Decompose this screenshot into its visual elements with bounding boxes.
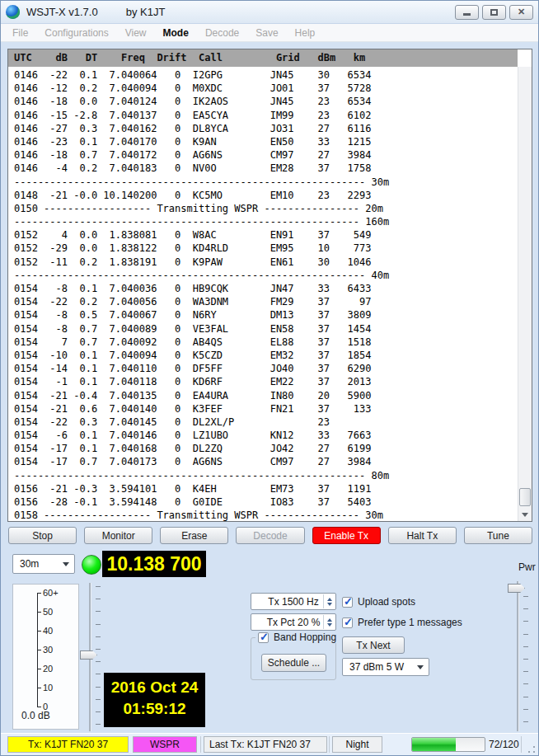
spinner-arrows-icon[interactable]: [323, 615, 335, 629]
decode-row[interactable]: 0154 -6 0.1 7.040146 0 LZ1UBO KN12 33 76…: [8, 429, 518, 442]
status-divider: [329, 736, 330, 753]
check-icon: ✓: [344, 616, 353, 628]
band-select[interactable]: 30m: [12, 554, 75, 574]
checkbox-box[interactable]: ✓: [342, 617, 353, 628]
transmit-row: 0150 ------------------ Transmitting WSP…: [8, 202, 518, 215]
decode-row[interactable]: 0154 -22 0.3 7.040145 0 DL2XL/P 23: [8, 416, 518, 429]
table-scrollbar[interactable]: [518, 67, 532, 521]
tx-next-button[interactable]: Tx Next: [342, 636, 405, 654]
check-icon: ✓: [344, 595, 353, 608]
decode-row[interactable]: 0154 -22 0.2 7.040056 0 WA3DNM FM29 37 9…: [8, 295, 518, 308]
status-mode-panel: WSPR: [133, 736, 197, 753]
app-icon: [6, 5, 20, 19]
decode-table: UTC dB DT Freq Drift Call Grid dBm km 01…: [7, 49, 532, 522]
decode-row[interactable]: 0154 -8 0.1 7.040036 0 HB9CQK JN47 33 64…: [8, 282, 518, 295]
power-select[interactable]: 37 dBm 5 W: [342, 658, 429, 676]
slider-tick: [96, 674, 101, 674]
tx-freq-spinbox[interactable]: Tx 1500 Hz: [251, 593, 336, 610]
maximize-button[interactable]: [482, 5, 506, 20]
main-button-row: StopMonitorEraseDecodeEnable TxHalt TxTu…: [8, 527, 532, 544]
prefer-type1-label: Prefer type 1 messages: [358, 617, 462, 628]
pwr-slider-thumb[interactable]: [508, 584, 525, 593]
slider-tick: [96, 636, 101, 637]
decode-row[interactable]: 0154 -17 0.1 7.040168 0 DL2ZQ JO42 27 61…: [8, 442, 518, 455]
resize-grip[interactable]: [527, 745, 536, 754]
decode-row[interactable]: 0146 -18 0.7 7.040172 0 AG6NS CM97 27 39…: [8, 148, 518, 162]
checkbox-box[interactable]: ✓: [258, 632, 269, 643]
decode-button[interactable]: Decode: [236, 527, 304, 544]
menu-configurations[interactable]: Configurations: [36, 25, 116, 41]
schedule-button[interactable]: Schedule ...: [261, 654, 326, 672]
meter-scale-label: 60+: [43, 588, 59, 598]
tx-pct-spinbox[interactable]: Tx Pct 20 %: [251, 613, 336, 631]
stop-button[interactable]: Stop: [8, 527, 77, 544]
menu-file[interactable]: File: [4, 25, 36, 41]
decode-row[interactable]: 0146 -12 0.2 7.040094 0 M0XDC JO01 37 57…: [8, 82, 518, 95]
clock-date: 2016 Oct 24: [104, 679, 205, 697]
spinner-arrows-icon[interactable]: [323, 594, 335, 608]
decode-row[interactable]: 0152 -11 0.2 1.838191 0 K9PAW EN61 30 10…: [8, 256, 518, 269]
status-period-panel: Night: [332, 736, 382, 753]
decode-row[interactable]: 0154 -21 -0.4 7.040135 0 EA4URA IN80 20 …: [8, 389, 518, 402]
scrollbar-thumb[interactable]: [519, 488, 531, 506]
band-separator-row: ----------------------------------------…: [8, 469, 518, 482]
slider-tick: [523, 697, 528, 697]
scroll-up-button[interactable]: [518, 67, 532, 80]
decode-row[interactable]: 0152 -29 0.0 1.838122 0 KD4RLD EM95 10 7…: [8, 242, 518, 255]
decode-row[interactable]: 0146 -22 0.1 7.040064 0 I2GPG JN45 30 65…: [8, 68, 518, 82]
checkbox-box[interactable]: ✓: [342, 597, 353, 608]
minimize-button[interactable]: [455, 5, 479, 20]
decode-row[interactable]: 0154 -17 0.7 7.040173 0 AG6NS CM97 27 39…: [8, 455, 518, 468]
menu-decode[interactable]: Decode: [197, 25, 247, 41]
band-hopping-checkbox[interactable]: ✓ Band Hopping: [255, 632, 339, 643]
frequency-display: 10.138 700: [102, 551, 206, 577]
menu-view[interactable]: View: [117, 25, 155, 41]
decode-table-header: UTC dB DT Freq Drift Call Grid dBm km: [8, 49, 518, 67]
slider-tick: [96, 661, 101, 662]
decode-row[interactable]: 0156 -21 -0.3 3.594101 0 K4EH EM73 37 11…: [8, 482, 518, 495]
slider-tick: [523, 659, 528, 660]
slider-tick: [523, 646, 528, 647]
monitor-button[interactable]: Monitor: [84, 527, 152, 544]
rx-gain-slider[interactable]: [80, 583, 101, 731]
decode-row[interactable]: 0146 -4 0.2 7.040183 0 NV0O EM28 37 1758: [8, 162, 518, 175]
menu-help[interactable]: Help: [287, 25, 324, 41]
menu-mode[interactable]: Mode: [155, 25, 197, 41]
decode-row[interactable]: 0154 -8 0.7 7.040089 0 VE3FAL EN58 37 14…: [8, 322, 518, 336]
scroll-down-button[interactable]: [518, 508, 532, 521]
prefer-type1-checkbox[interactable]: ✓ Prefer type 1 messages: [342, 617, 462, 628]
decode-row[interactable]: 0146 -15 -2.8 7.040137 0 EA5CYA IM99 23 …: [8, 109, 518, 122]
enable-tx-button[interactable]: Enable Tx: [312, 527, 381, 544]
meter-tick: [37, 707, 41, 707]
decode-row[interactable]: 0152 4 0.0 1.838081 0 W8AC EN91 37 549: [8, 228, 518, 242]
decode-row[interactable]: 0154 -8 0.5 7.040067 0 N6RY DM13 37 3809: [8, 308, 518, 322]
rx-gain-slider-thumb[interactable]: [80, 650, 97, 660]
close-button[interactable]: ✕: [509, 5, 533, 20]
menu-save[interactable]: Save: [247, 25, 286, 41]
minimize-icon: [463, 13, 471, 16]
decode-row[interactable]: 0148 -21 -0.0 10.140200 0 KC5MO EM10 23 …: [8, 189, 518, 202]
decode-row[interactable]: 0154 -14 0.1 7.040110 0 DF5FF JO40 37 62…: [8, 362, 518, 375]
meter-value: 0.0 dB: [21, 710, 50, 721]
decode-row[interactable]: 0146 -27 0.3 7.040162 0 DL8YCA JO31 27 6…: [8, 122, 518, 135]
meter-scale-label: 10: [43, 683, 53, 693]
slider-tick: [96, 711, 101, 712]
close-icon: ✕: [518, 7, 525, 16]
halt-tx-button[interactable]: Halt Tx: [388, 527, 457, 544]
pwr-slider[interactable]: [508, 581, 529, 731]
decode-row[interactable]: 0154 7 0.7 7.040092 0 AB4QS EL88 37 1518: [8, 336, 518, 349]
decode-row[interactable]: 0146 -18 0.0 7.040124 0 IK2AOS JN45 23 6…: [8, 95, 518, 108]
slider-tick: [523, 683, 528, 684]
slider-tick: [523, 634, 528, 635]
decode-row[interactable]: 0154 -10 0.1 7.040094 0 K5CZD EM32 37 18…: [8, 349, 518, 362]
upload-spots-checkbox[interactable]: ✓ Upload spots: [342, 596, 415, 608]
decode-row[interactable]: 0154 -21 0.6 7.040140 0 K3FEF FN21 37 13…: [8, 402, 518, 416]
meter-scale-label: 50: [43, 607, 53, 617]
title-bar[interactable]: WSJT-X v1.7.0 by K1JT ✕: [1, 1, 538, 24]
decode-row[interactable]: 0154 -1 0.1 7.040118 0 KD6RF EM22 37 201…: [8, 375, 518, 388]
decode-row[interactable]: 0146 -23 0.1 7.040170 0 K9AN EN50 33 121…: [8, 135, 518, 148]
tune-button[interactable]: Tune: [464, 527, 532, 544]
decode-row[interactable]: 0156 -28 -0.1 3.594148 0 G0IDE IO83 37 5…: [8, 495, 518, 509]
erase-button[interactable]: Erase: [160, 527, 228, 544]
tx-progress-fill: [412, 738, 456, 751]
